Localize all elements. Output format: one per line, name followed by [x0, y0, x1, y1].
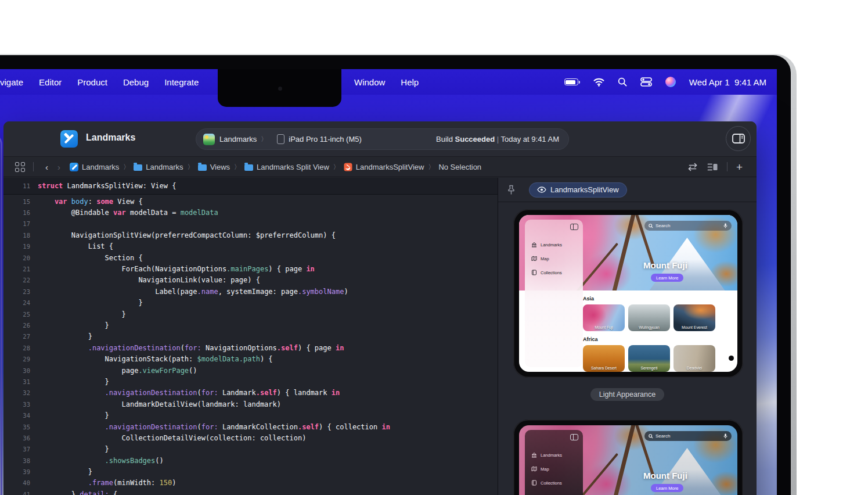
sidebar-item-map[interactable]: Map	[531, 466, 581, 472]
breadcrumb-item[interactable]: LandmarksSplitView	[344, 163, 424, 171]
toolbar-center-pill[interactable]: Landmarks 〉 iPad Pro 11-inch (M5) Build …	[196, 128, 569, 150]
scheme-name[interactable]: Landmarks	[219, 135, 257, 144]
code-line[interactable]: 28.navigationDestination(for: Navigation…	[3, 342, 498, 353]
code-line[interactable]: 32.navigationDestination(for: Landmark.s…	[3, 388, 498, 399]
chevron-right-icon: 〉	[261, 135, 267, 144]
code-line[interactable]: 39}	[3, 466, 498, 477]
code-token: }	[105, 445, 109, 453]
code-line[interactable]: 21ForEach(NavigationOptions.mainPages) {…	[3, 263, 498, 274]
inspector-list-icon[interactable]	[707, 163, 718, 171]
code-line[interactable]: 11struct LandmarksSplitView: View {	[3, 180, 176, 191]
breadcrumb-item[interactable]: No Selection	[438, 163, 481, 171]
code-line[interactable]: 20Section {	[3, 252, 498, 263]
editor-layout-button[interactable]	[726, 126, 751, 151]
breadcrumb-label: No Selection	[438, 163, 481, 171]
landmark-card[interactable]: Deadvlei	[673, 345, 715, 372]
breadcrumb-item[interactable]: Landmarks	[70, 163, 119, 171]
code-text: LandmarkDetailView(landmark: landmark)	[38, 400, 281, 408]
chevron-right-icon: 〉	[123, 163, 129, 171]
control-center-icon[interactable]	[640, 77, 652, 87]
code-line[interactable]: 19List {	[3, 241, 498, 252]
build-status[interactable]: Build Succeeded | Today at 9:41 AM	[436, 135, 559, 144]
sticky-declaration-line[interactable]: 11struct LandmarksSplitView: View {	[3, 178, 498, 195]
code-line[interactable]: 40.frame(minWidth: 150)	[3, 478, 498, 489]
code-line[interactable]: 30page.viewForPage()	[3, 365, 498, 376]
code-token: ) { collection	[319, 423, 381, 431]
sidebar-item-landmarks[interactable]: Landmarks	[531, 452, 581, 458]
code-line[interactable]: 17	[3, 218, 498, 229]
sidebar-item-map[interactable]: Map	[531, 256, 581, 261]
preview-tab[interactable]: LandmarksSplitView	[529, 182, 627, 198]
code-line[interactable]: 33LandmarkDetailView(landmark: landmark)	[3, 399, 498, 410]
related-items-icon[interactable]	[15, 162, 25, 172]
landmark-card[interactable]: Wulingyuan	[628, 304, 670, 331]
code-line[interactable]: 41} detail: {	[3, 489, 498, 495]
code-token: in	[332, 389, 340, 397]
code-line[interactable]: 27}	[3, 331, 498, 342]
code-line[interactable]: 15var body: some View {	[3, 196, 498, 207]
code-text: .frame(minWidth: 150)	[38, 479, 176, 487]
code-line[interactable]: 31}	[3, 376, 498, 387]
source-editor: 11struct LandmarksSplitView: View { 15va…	[3, 178, 498, 495]
sidebar-toggle-icon[interactable]	[570, 224, 578, 230]
code-line[interactable]: 18NavigationSplitView(preferredCompactCo…	[3, 229, 498, 241]
code-line[interactable]: 26}	[3, 320, 498, 331]
code-line[interactable]: 36CollectionDetailView(collection: colle…	[3, 432, 498, 443]
code-line[interactable]: 24}	[3, 297, 498, 309]
code-line[interactable]: 22NavigationLink(value: page) {	[3, 275, 498, 286]
menu-item-window[interactable]: Window	[354, 77, 385, 87]
device-preview-light[interactable]: SearchMount FujiLearn MoreAsiaMount Fuji…	[513, 209, 743, 378]
landmark-card[interactable]: Mount Everest	[673, 304, 715, 331]
code-line[interactable]: 25}	[3, 309, 498, 320]
back-button[interactable]: ‹	[41, 162, 53, 172]
sidebar-item-landmarks[interactable]: Landmarks	[531, 242, 581, 248]
run-destination[interactable]: iPad Pro 11-inch (M5)	[289, 135, 361, 144]
menu-item-vigate[interactable]: vigate	[0, 77, 23, 87]
code-line[interactable]: 23Label(page.name, systemImage: page.sym…	[3, 286, 498, 297]
menu-item-debug[interactable]: Debug	[123, 77, 149, 87]
sidebar-toggle-icon[interactable]	[570, 434, 578, 440]
breadcrumb: Landmarks〉Landmarks〉Views〉Landmarks Spli…	[70, 163, 481, 171]
landmark-card[interactable]: Serengeti	[628, 345, 670, 372]
line-number: 21	[3, 266, 30, 272]
search-icon[interactable]	[618, 77, 627, 87]
learn-more-button[interactable]: Learn More	[651, 274, 683, 282]
siri-icon[interactable]	[665, 77, 676, 87]
device-preview-dark[interactable]: SearchMount FujiLearn MoreAsiaMount Fuji…	[513, 419, 743, 495]
line-number: 25	[3, 311, 30, 318]
wifi-icon[interactable]	[593, 78, 604, 87]
code-line[interactable]: 35.navigationDestination(for: LandmarkCo…	[3, 421, 498, 432]
mic-icon[interactable]	[723, 223, 727, 228]
code-line[interactable]: 16@Bindable var modelData = modelData	[3, 207, 498, 218]
breadcrumb-item[interactable]: Landmarks	[134, 163, 183, 171]
code-line[interactable]: 29NavigationStack(path: $modelData.path)…	[3, 353, 498, 364]
code-token: }	[138, 299, 142, 307]
code-line[interactable]: 37}	[3, 444, 498, 455]
landmark-card[interactable]: Mount Fuji	[583, 304, 625, 331]
search-field[interactable]: Search	[644, 431, 732, 441]
add-editor-icon[interactable]: +	[736, 162, 743, 173]
breadcrumb-item[interactable]: Landmarks Split View	[244, 163, 329, 171]
search-field[interactable]: Search	[644, 221, 732, 231]
forward-button[interactable]: ›	[53, 162, 65, 172]
mic-icon[interactable]	[723, 433, 727, 439]
battery-icon[interactable]	[564, 78, 580, 85]
pin-icon[interactable]	[506, 185, 516, 195]
code-line[interactable]: 34}	[3, 410, 498, 421]
sidebar-item-collections[interactable]: Collections	[531, 480, 581, 486]
breadcrumb-item[interactable]: Views	[198, 163, 230, 171]
menu-bar-clock[interactable]: Wed Apr 1 9:41 AM	[689, 77, 766, 87]
code-line[interactable]: 38.showsBadges()	[3, 455, 498, 466]
landmark-card[interactable]: Sahara Desert	[583, 345, 625, 372]
menu-item-editor[interactable]: Editor	[39, 77, 62, 87]
line-number: 34	[3, 412, 30, 419]
learn-more-button[interactable]: Learn More	[651, 484, 683, 492]
menu-item-integrate[interactable]: Integrate	[164, 77, 199, 87]
menu-status-area: Wed Apr 1 9:41 AM	[564, 69, 766, 95]
menu-item-help[interactable]: Help	[401, 77, 419, 87]
sidebar-item-collections[interactable]: Collections	[531, 270, 581, 275]
swap-arrows-icon[interactable]	[687, 162, 698, 171]
menu-item-product[interactable]: Product	[77, 77, 107, 87]
display-notch	[218, 69, 341, 107]
sidebar-item-label: Map	[541, 256, 549, 261]
